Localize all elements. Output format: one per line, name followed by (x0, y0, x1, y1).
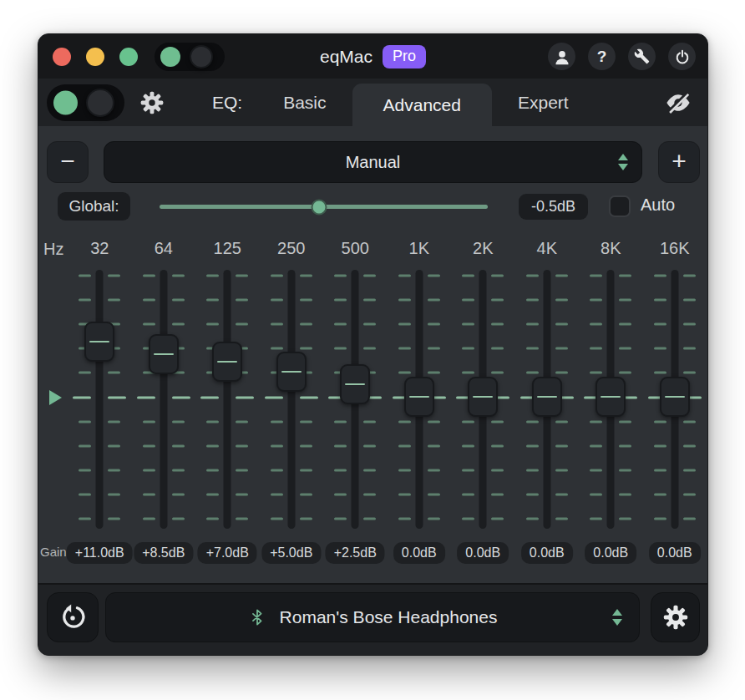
close-window-button[interactable] (53, 48, 71, 66)
db-tick (363, 275, 376, 277)
db-tick (271, 469, 283, 471)
tab-expert[interactable]: Expert (492, 79, 595, 126)
band-slider-knob[interactable] (404, 377, 434, 417)
band-slider-track[interactable] (287, 270, 295, 529)
db-tick (462, 493, 474, 495)
db-tick (172, 420, 185, 423)
db-tick (590, 518, 602, 520)
db-tick (428, 347, 440, 350)
band-slider-track[interactable] (224, 270, 231, 529)
minimize-window-button[interactable] (86, 48, 104, 66)
eq-enable-toggle[interactable] (47, 84, 124, 121)
db-tick (300, 444, 312, 447)
db-tick (363, 444, 376, 447)
db-tick (491, 372, 504, 374)
titlebar-enable-toggle[interactable] (155, 43, 225, 71)
gear-icon (139, 89, 165, 116)
app-title: eqMac (320, 47, 372, 67)
remove-preset-button[interactable]: − (47, 141, 89, 183)
db-tick (491, 323, 504, 326)
knob-center-line (473, 396, 493, 398)
db-tick (619, 372, 631, 374)
db-tick (108, 420, 120, 423)
eq-label: EQ: (212, 93, 257, 113)
band-slider-knob[interactable] (595, 377, 626, 417)
db-tick (491, 493, 504, 495)
eq-toolbar: EQ: Basic Advanced Expert (38, 79, 707, 126)
reset-volume-button[interactable] (47, 592, 99, 642)
band-slider-knob[interactable] (149, 334, 179, 374)
tab-advanced[interactable]: Advanced (352, 84, 492, 126)
eq-band-8K: 8K0.0dB (579, 239, 643, 573)
knob-center-line (665, 396, 685, 398)
band-slider-track[interactable] (96, 270, 104, 529)
db-tick (271, 299, 283, 302)
eq-band-4K: 4K0.0dB (515, 239, 580, 573)
gain-row-label: Gain (40, 545, 67, 559)
db-tick (108, 493, 120, 495)
account-button[interactable] (548, 43, 575, 70)
db-tick (619, 323, 631, 326)
db-tick (619, 299, 631, 302)
hide-ui-button[interactable] (661, 88, 696, 118)
db-tick (654, 518, 666, 520)
db-tick (172, 518, 185, 520)
db-tick (619, 347, 631, 350)
db-tick (462, 444, 474, 447)
db-tick (555, 372, 568, 374)
db-tick (79, 372, 91, 374)
global-gain-slider[interactable] (160, 205, 488, 209)
db-tick (143, 323, 155, 326)
band-slider-knob[interactable] (532, 377, 562, 417)
power-button[interactable] (668, 43, 696, 70)
output-settings-button[interactable] (651, 592, 700, 642)
db-tick (398, 275, 411, 277)
pro-badge: Pro (383, 45, 426, 68)
chevron-down-icon (618, 164, 628, 170)
db-tick (462, 518, 474, 520)
user-icon (553, 48, 571, 66)
eq-content: − Manual + Global: -0.5dB Auto Hz Gain 3… (38, 126, 707, 583)
db-tick (555, 323, 568, 326)
band-slider-knob[interactable] (212, 342, 242, 382)
db-tick (619, 469, 631, 471)
eq-band-32: 32+11.0dB (68, 239, 132, 573)
global-gain-slider-knob[interactable] (311, 199, 327, 215)
settings-wrench-button[interactable] (628, 43, 656, 70)
band-slider-knob[interactable] (84, 322, 114, 362)
db-tick (236, 469, 248, 471)
db-tick (619, 275, 631, 277)
band-slider-track[interactable] (160, 270, 167, 529)
db-tick (683, 444, 696, 447)
band-frequency-label: 8K (579, 239, 643, 258)
db-tick (555, 493, 568, 495)
tab-basic[interactable]: Basic (257, 79, 352, 126)
knob-center-line (601, 396, 621, 398)
help-button[interactable]: ? (588, 43, 616, 70)
eq-band-2K: 2K0.0dB (451, 239, 515, 573)
band-slider-knob[interactable] (276, 352, 307, 392)
band-slider-knob[interactable] (468, 377, 498, 417)
auto-gain-checkbox[interactable] (609, 195, 631, 217)
db-tick (363, 469, 376, 471)
db-tick (654, 420, 666, 423)
db-tick (236, 518, 248, 520)
eq-band-250: 250+5.0dB (260, 239, 324, 573)
db-tick (526, 299, 539, 302)
db-tick (619, 493, 631, 495)
db-tick (363, 493, 376, 495)
db-tick (300, 469, 312, 471)
eq-settings-button[interactable] (139, 89, 165, 116)
db-tick (334, 518, 347, 520)
output-device-name: Roman's Bose Headphones (280, 607, 498, 627)
preset-select[interactable]: Manual (104, 141, 642, 183)
band-slider-knob[interactable] (660, 377, 690, 417)
zoom-window-button[interactable] (119, 48, 138, 66)
band-slider-knob[interactable] (340, 364, 370, 404)
db-tick (108, 372, 120, 374)
db-tick (143, 299, 155, 302)
db-tick (428, 420, 440, 423)
add-preset-button[interactable]: + (658, 141, 700, 183)
db-tick (654, 347, 666, 350)
output-device-select[interactable]: Roman's Bose Headphones (105, 592, 640, 642)
